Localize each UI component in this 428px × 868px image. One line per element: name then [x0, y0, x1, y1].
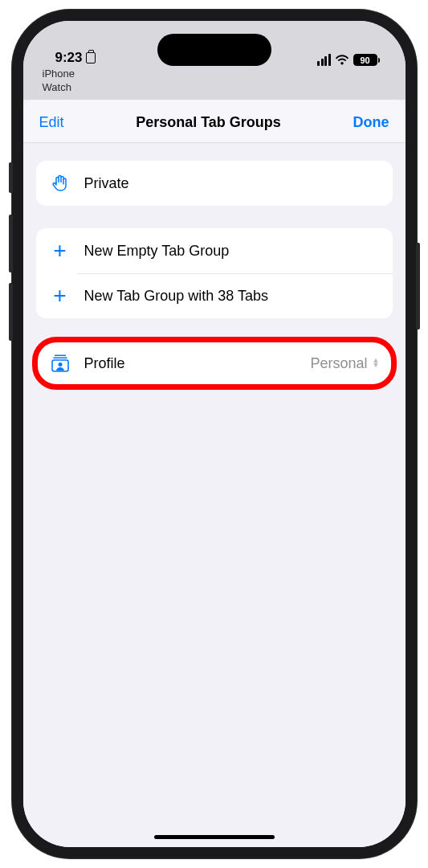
battery-indicator: 90 [353, 54, 380, 66]
bg-text-line1: iPhone [43, 68, 386, 81]
mute-switch [9, 162, 13, 193]
profile-value-container: Personal ▲▼ [311, 355, 380, 372]
profile-highlight: Profile Personal ▲▼ [36, 341, 393, 386]
profile-value: Personal [311, 355, 368, 372]
profile-group: Profile Personal ▲▼ [36, 341, 393, 386]
sheet-content: Private + New Empty Tab Group + New Tab … [23, 161, 406, 386]
new-with-tabs-label: New Tab Group with 38 Tabs [84, 288, 380, 305]
status-time: 9:23 [55, 50, 83, 66]
home-indicator[interactable] [154, 835, 275, 839]
phone-frame: 9:23 90 iPhone Watch Edi [12, 10, 417, 858]
bg-text-line2: Watch [43, 81, 386, 95]
profile-label: Profile [84, 355, 298, 372]
plus-icon: + [49, 285, 71, 307]
new-tab-group-actions: + New Empty Tab Group + New Tab Group wi… [36, 228, 393, 318]
chevron-updown-icon: ▲▼ [373, 358, 380, 368]
volume-down-button [9, 283, 13, 341]
cellular-signal-icon [317, 54, 331, 66]
sheet-header: Edit Personal Tab Groups Done [23, 100, 406, 143]
lock-orientation-icon [86, 52, 96, 63]
edit-button[interactable]: Edit [39, 114, 64, 131]
sheet-title: Personal Tab Groups [136, 114, 281, 131]
volume-up-button [9, 215, 13, 272]
svg-point-3 [58, 362, 62, 366]
profile-icon [49, 352, 71, 375]
wifi-icon [335, 55, 349, 66]
private-label: Private [84, 175, 380, 192]
new-empty-label: New Empty Tab Group [84, 243, 380, 260]
profile-row[interactable]: Profile Personal ▲▼ [36, 341, 393, 386]
tab-groups-sheet: Edit Personal Tab Groups Done Private [23, 100, 406, 847]
power-button [416, 243, 420, 330]
screen: 9:23 90 iPhone Watch Edi [23, 21, 406, 847]
battery-level: 90 [353, 54, 377, 66]
hand-privacy-icon [49, 172, 71, 194]
new-empty-tab-group-row[interactable]: + New Empty Tab Group [36, 228, 393, 273]
private-group: Private [36, 161, 393, 206]
done-button[interactable]: Done [353, 114, 389, 131]
plus-icon: + [49, 240, 71, 262]
dynamic-island [157, 34, 271, 66]
background-peek: iPhone Watch [23, 68, 406, 100]
new-tab-group-with-tabs-row[interactable]: + New Tab Group with 38 Tabs [36, 273, 393, 318]
private-row[interactable]: Private [36, 161, 393, 206]
